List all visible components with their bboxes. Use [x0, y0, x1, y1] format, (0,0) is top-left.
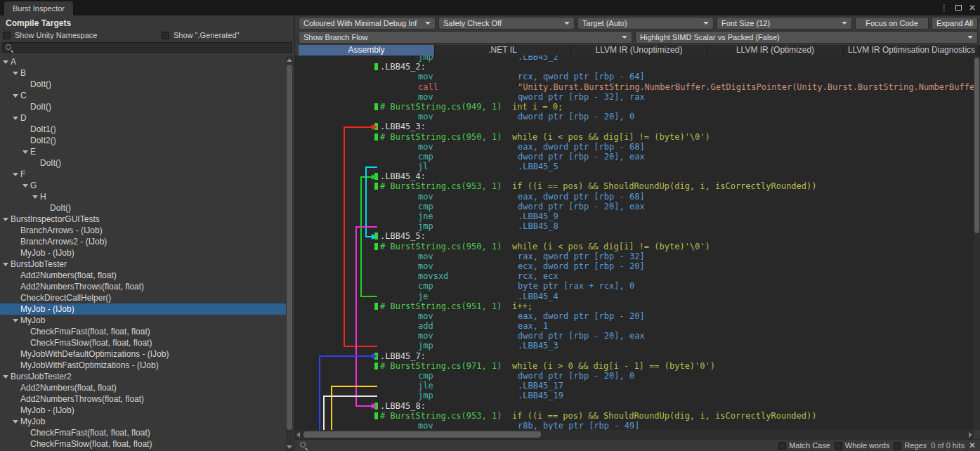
- foldout-arrow-icon[interactable]: [3, 218, 8, 221]
- tree-item[interactable]: CheckFmaFast(float, float, float): [0, 427, 286, 438]
- window-tab-burst-inspector[interactable]: Burst Inspector: [4, 1, 73, 15]
- assembly-code-view[interactable]: jmp.LBB45_2.LBB45_2:movrcx, qword ptr [r…: [295, 55, 974, 430]
- tree-item[interactable]: MyJob - (IJob): [0, 247, 286, 259]
- tree-scroll-up-icon[interactable]: [287, 58, 292, 62]
- asm-operand: rax, qword ptr [rbp - 32]: [518, 251, 645, 261]
- tree-item[interactable]: A: [0, 56, 286, 67]
- tree-item[interactable]: DoIt2(): [0, 135, 286, 146]
- tree-item[interactable]: BurstJobTester2: [0, 371, 286, 382]
- code-line: cmpdword ptr [rbp - 20], 0: [374, 371, 974, 381]
- match-case-checkbox[interactable]: [778, 442, 786, 450]
- tree-item[interactable]: H: [0, 191, 286, 202]
- tree-scroll-down-icon[interactable]: [287, 445, 292, 449]
- tree-scrollbar[interactable]: [286, 56, 293, 451]
- tree-item[interactable]: CheckFmaSlow(float, float, float): [0, 337, 286, 348]
- simd-highlight-dropdown[interactable]: Highlight SIMD Scalar vs Packed (False): [635, 31, 978, 44]
- tree-item[interactable]: Add2NumbersThrows(float, float): [0, 393, 286, 405]
- kebab-menu-icon[interactable]: ⋮: [940, 3, 948, 13]
- safety-check-dropdown-label: Safety Check Off: [443, 19, 502, 27]
- foldout-arrow-icon[interactable]: [22, 184, 28, 188]
- tree-item[interactable]: BranchArrows - (IJob): [0, 225, 286, 236]
- tree-item[interactable]: DoIt(): [0, 202, 286, 214]
- asm-mnemonic: mov: [418, 142, 518, 152]
- inspector-panel: Coloured With Minimal Debug Inf Safety C…: [295, 15, 980, 451]
- tree-item[interactable]: D: [0, 112, 286, 124]
- close-icon[interactable]: ✕: [969, 3, 976, 13]
- tab-net-il[interactable]: .NET IL: [435, 45, 571, 55]
- tree-item[interactable]: MyJob - (IJob): [0, 303, 286, 315]
- tree-item[interactable]: E: [0, 146, 286, 157]
- regex-checkbox[interactable]: [894, 442, 901, 450]
- tree-item[interactable]: MyJobWithFastOptimizations - (IJob): [0, 360, 286, 371]
- show-generated-checkbox[interactable]: [162, 32, 169, 39]
- tab-llvm-ir-unoptimized[interactable]: LLVM IR (Unoptimized): [571, 45, 707, 55]
- tab-assembly[interactable]: Assembly: [299, 45, 435, 55]
- expand-all-button[interactable]: Expand All: [932, 17, 978, 30]
- asm-label: .LBB45_4:: [380, 171, 426, 181]
- block-marker-icon: [374, 183, 378, 190]
- namespace-search-input[interactable]: [13, 44, 289, 52]
- font-size-dropdown-label: Font Size (12): [721, 19, 770, 27]
- code-line: jle.LBB45_17: [374, 381, 974, 391]
- asm-mnemonic: jmp: [418, 341, 518, 351]
- foldout-arrow-icon[interactable]: [13, 94, 18, 98]
- search-close-icon[interactable]: ✕: [969, 440, 976, 450]
- code-search-input[interactable]: [312, 441, 774, 450]
- tree-item[interactable]: MyJob: [0, 416, 286, 427]
- code-line: cmpdword ptr [rbp - 20], eax: [374, 152, 974, 162]
- foldout-arrow-icon[interactable]: [3, 263, 8, 266]
- scroll-right-icon[interactable]: [969, 432, 972, 438]
- foldout-arrow-icon[interactable]: [13, 173, 18, 176]
- tree-item[interactable]: B: [0, 67, 286, 79]
- foldout-arrow-icon[interactable]: [13, 319, 18, 322]
- scroll-left-icon[interactable]: [296, 432, 300, 438]
- foldout-arrow-icon[interactable]: [3, 60, 8, 64]
- tree-item[interactable]: DoIt(): [0, 101, 286, 112]
- tree-item[interactable]: BurstInspectorGUITests: [0, 214, 286, 225]
- code-horizontal-scrollbar[interactable]: [295, 430, 974, 439]
- branch-arrow-line: [324, 396, 377, 430]
- tree-item[interactable]: CheckFmaFast(float, float, float): [0, 326, 286, 337]
- tree-item[interactable]: Add2NumbersThrows(float, float): [0, 281, 286, 292]
- foldout-arrow-icon[interactable]: [32, 195, 38, 199]
- tree-item[interactable]: CheckFmaSlow(float, float, float): [0, 438, 286, 450]
- tree-item[interactable]: MyJob: [0, 315, 286, 326]
- tree-item[interactable]: C: [0, 90, 286, 101]
- code-vertical-scrollbar-thumb[interactable]: [974, 58, 979, 233]
- tree-item-label: CheckFmaFast(float, float, float): [30, 327, 150, 336]
- tree-item[interactable]: BranchArrows2 - (IJob): [0, 236, 286, 247]
- tab-llvm-ir-optimized[interactable]: LLVM IR (Optimized): [707, 45, 844, 55]
- code-horizontal-scrollbar-thumb[interactable]: [303, 431, 541, 438]
- tree-item[interactable]: DoIt(): [0, 157, 286, 169]
- tree-item[interactable]: DoIt(): [0, 79, 286, 90]
- foldout-arrow-icon[interactable]: [13, 420, 18, 424]
- tree-item[interactable]: MyJobWithDefaultOptimizations - (IJob): [0, 348, 286, 360]
- tree-item[interactable]: Add2Numbers(float, float): [0, 270, 286, 281]
- tree-item[interactable]: MyJob - (IJob): [0, 405, 286, 416]
- show-unity-namespace-checkbox[interactable]: [3, 32, 11, 39]
- asm-mnemonic: cmp: [418, 281, 518, 291]
- code-vertical-scrollbar[interactable]: [974, 55, 980, 430]
- whole-words-checkbox[interactable]: [835, 442, 842, 450]
- tree-item[interactable]: F: [0, 169, 286, 180]
- tree-item[interactable]: Add2Numbers(float, float): [0, 382, 286, 393]
- tree-item[interactable]: CheckDirectCallHelper(): [0, 292, 286, 303]
- maximize-icon[interactable]: [955, 5, 962, 11]
- tab-llvm-ir-optimisation-diagnostics[interactable]: LLVM IR Optimisation Diagnostics: [844, 45, 980, 55]
- branch-arrow-line: [320, 356, 372, 430]
- foldout-arrow-icon[interactable]: [3, 375, 8, 379]
- tree-item[interactable]: BurstJobTester: [0, 259, 286, 270]
- foldout-arrow-icon[interactable]: [13, 72, 18, 75]
- safety-check-dropdown[interactable]: Safety Check Off: [438, 17, 575, 30]
- branch-flow-dropdown[interactable]: Show Branch Flow: [299, 31, 632, 44]
- tree-item[interactable]: G: [0, 180, 286, 191]
- debug-info-dropdown[interactable]: Coloured With Minimal Debug Inf: [299, 17, 436, 30]
- tree-scrollbar-thumb[interactable]: [287, 65, 292, 430]
- show-generated-group: Show ".Generated": [162, 31, 239, 39]
- font-size-dropdown[interactable]: Font Size (12): [717, 17, 852, 30]
- tree-item[interactable]: DoIt1(): [0, 124, 286, 135]
- foldout-arrow-icon[interactable]: [13, 117, 18, 120]
- foldout-arrow-icon[interactable]: [22, 150, 28, 154]
- focus-on-code-button[interactable]: Focus on Code: [855, 17, 929, 30]
- target-dropdown[interactable]: Target (Auto): [577, 17, 714, 30]
